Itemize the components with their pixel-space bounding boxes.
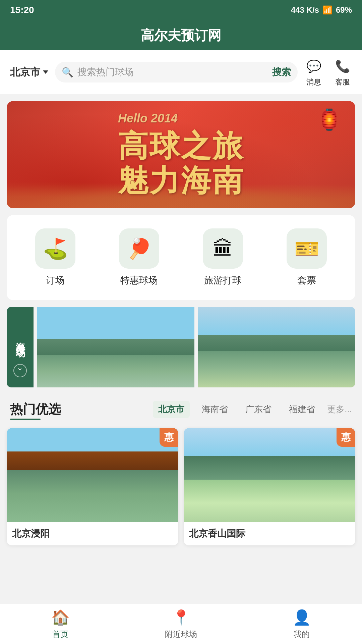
status-wifi: 📶	[322, 5, 333, 15]
overseas-image-1[interactable]	[37, 307, 194, 387]
message-label: 消息	[306, 77, 321, 87]
search-button[interactable]: 搜索	[272, 66, 291, 78]
banner-title-line2: 魅力海南	[118, 163, 244, 198]
overseas-section[interactable]: 海外球场 ›	[7, 307, 355, 387]
nearby-label: 附近球场	[165, 629, 197, 640]
overseas-text: 海外球场	[14, 335, 26, 343]
course-card-2[interactable]: 惠 北京香山国际	[184, 428, 355, 545]
status-time: 15:20	[10, 5, 34, 15]
region-more[interactable]: 更多...	[327, 404, 352, 415]
status-battery: 69%	[336, 5, 352, 15]
discount-badge-1: 惠	[160, 428, 178, 447]
bottom-nav: 🏠 首页 📍 附近球场 👤 我的	[0, 604, 362, 644]
course-name-1: 北京浸阳	[12, 527, 173, 540]
home-icon: 🏠	[51, 609, 70, 626]
status-network: 443 K/s	[291, 5, 319, 15]
overseas-arrow-icon: ›	[13, 364, 27, 377]
header-icons: 💬 消息 📞 客服	[304, 57, 352, 87]
message-icon-item[interactable]: 💬 消息	[304, 57, 323, 87]
search-area: 北京市 🔍 搜索热门球场 搜索 💬 消息 📞 客服	[0, 50, 362, 94]
mine-icon: 👤	[293, 609, 311, 626]
message-icon: 💬	[304, 57, 323, 76]
course-info-1: 北京浸阳	[7, 522, 178, 545]
region-tab-hainan[interactable]: 海南省	[196, 401, 233, 418]
nav-package-icon: 🎫	[287, 228, 327, 269]
region-tab-beijing[interactable]: 北京市	[153, 401, 190, 418]
overseas-images	[37, 307, 355, 387]
banner-text: Hello 2014 高球之旅 魅力海南	[118, 111, 244, 198]
tab-home[interactable]: 🏠 首页	[0, 609, 121, 640]
region-tab-fujian[interactable]: 福建省	[284, 401, 320, 418]
city-selector[interactable]: 北京市	[10, 65, 48, 79]
overseas-label[interactable]: 海外球场 ›	[7, 307, 34, 387]
course-card-1[interactable]: 惠 北京浸阳	[7, 428, 178, 545]
banner-lantern-icon: 🏮	[317, 108, 342, 131]
hot-section-title: 热门优选	[10, 401, 61, 418]
tab-mine[interactable]: 👤 我的	[241, 609, 362, 640]
home-label: 首页	[52, 629, 68, 640]
course-info-2: 北京香山国际	[184, 522, 355, 545]
discount-badge-2: 惠	[337, 428, 355, 447]
nav-travel-label: 旅游打球	[204, 274, 242, 287]
banner-title-line1: 高球之旅	[118, 129, 244, 164]
region-tab-guangdong[interactable]: 广东省	[240, 401, 277, 418]
courses-grid: 惠 北京浸阳 惠 北京香山国际	[0, 421, 362, 552]
nearby-icon: 📍	[172, 609, 190, 626]
quick-nav: ⛳ 订场 🏓 特惠球场 🏛 旅游打球 🎫 套票	[7, 215, 355, 300]
nav-book-icon: ⛳	[35, 228, 75, 269]
status-bar: 15:20 443 K/s 📶 69%	[0, 0, 362, 20]
app-header: 高尔夫预订网	[0, 20, 362, 50]
search-icon: 🔍	[62, 67, 73, 78]
nav-book-course[interactable]: ⛳ 订场	[35, 228, 75, 287]
status-icons: 443 K/s 📶 69%	[291, 5, 352, 15]
service-label: 客服	[335, 77, 350, 87]
overseas-image-2[interactable]	[198, 307, 355, 387]
nav-travel-icon: 🏛	[203, 228, 243, 269]
search-placeholder: 搜索热门球场	[77, 66, 268, 78]
app-title: 高尔夫预订网	[141, 26, 221, 45]
service-icon-item[interactable]: 📞 客服	[333, 57, 352, 87]
nav-discount[interactable]: 🏓 特惠球场	[119, 228, 159, 287]
mine-label: 我的	[294, 629, 310, 640]
city-label: 北京市	[10, 65, 40, 79]
nav-discount-icon: 🏓	[119, 228, 159, 269]
course-image-1: 惠	[7, 428, 178, 522]
promo-banner[interactable]: Hello 2014 高球之旅 魅力海南 🏮	[7, 101, 355, 208]
nav-package[interactable]: 🎫 套票	[287, 228, 327, 287]
tab-nearby[interactable]: 📍 附近球场	[121, 609, 241, 640]
chevron-down-icon	[43, 70, 48, 74]
search-box[interactable]: 🔍 搜索热门球场 搜索	[55, 62, 298, 83]
nav-package-label: 套票	[297, 274, 316, 287]
nav-travel[interactable]: 🏛 旅游打球	[203, 228, 243, 287]
nav-book-label: 订场	[46, 274, 65, 287]
course-name-2: 北京香山国际	[189, 527, 350, 540]
nav-discount-label: 特惠球场	[120, 274, 158, 287]
phone-icon: 📞	[333, 57, 352, 76]
hot-section-header: 热门优选 北京市 海南省 广东省 福建省 更多...	[0, 394, 362, 421]
region-tabs: 北京市 海南省 广东省 福建省 更多...	[153, 401, 352, 418]
course-image-2: 惠	[184, 428, 355, 522]
banner-hello: Hello 2014	[118, 111, 244, 125]
